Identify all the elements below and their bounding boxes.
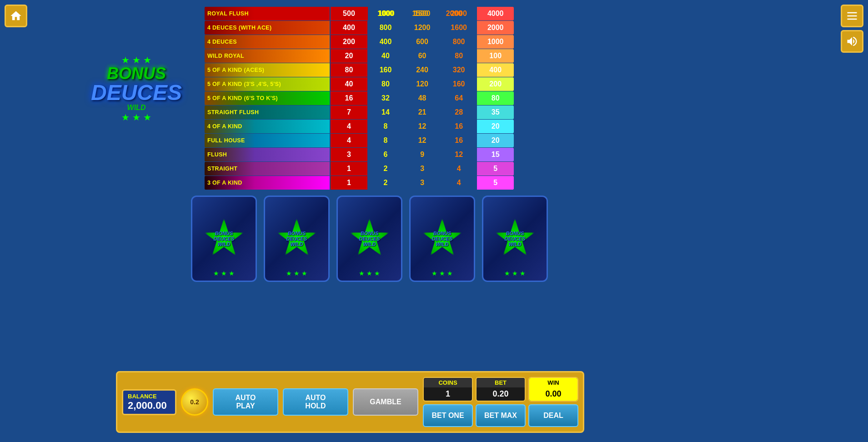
pay-col4-row6: 64 xyxy=(441,91,477,105)
coins-stat-box: COINS 1 xyxy=(423,377,473,402)
bet-one-button[interactable]: BET ONE xyxy=(423,404,473,427)
hand-name-2: 4 DEUCES xyxy=(205,35,330,49)
pay-col5-row1: 2000 xyxy=(477,21,514,35)
pay-col3-row9: 12 xyxy=(404,134,441,147)
paytable-row-11: STRAIGHT12345 xyxy=(205,162,514,176)
pay-col5-row10: 15 xyxy=(477,148,514,161)
pay-col1-row11: 1 xyxy=(331,162,367,176)
paytable-row-8: 4 OF A KIND48121620 xyxy=(205,120,514,133)
pay-col3-row3: 60 xyxy=(404,49,441,63)
bet-max-label: BET MAX xyxy=(484,412,517,419)
win-label: WIN xyxy=(529,378,577,387)
home-button[interactable] xyxy=(5,5,27,27)
pay-col2-row9: 8 xyxy=(367,134,404,147)
bet-max-button[interactable]: BET MAX xyxy=(476,404,526,427)
paytable-row-4: 5 OF A KIND (ACES)80160240320400 xyxy=(205,63,514,77)
pay-col5-row5: 200 xyxy=(477,77,514,91)
card-2-logo: BONUSDEUCESWILD xyxy=(286,231,307,247)
pay-col4-row9: 16 xyxy=(441,134,477,147)
card-3[interactable]: BONUSDEUCESWILD ★ ★ ★ xyxy=(336,196,402,282)
balance-value: 2,000.00 xyxy=(128,400,167,411)
pay-col3-row5: 120 xyxy=(404,77,441,91)
pay-col2-row7: 14 xyxy=(367,105,404,119)
pay-col4-row1: 1600 xyxy=(441,21,477,35)
pay-col5-row11: 5 xyxy=(477,162,514,176)
card-5[interactable]: BONUSDEUCESWILD ★ ★ ★ xyxy=(482,196,548,282)
paytable-rows: ROYAL FLUSH50010001500200040004 DEUCES (… xyxy=(205,7,514,190)
auto-play-label: AUTOPLAY xyxy=(235,394,256,410)
pay-col4-row12: 4 xyxy=(441,176,477,190)
deal-label: DEAL xyxy=(543,412,563,419)
bet-one-label: BET ONE xyxy=(431,412,464,419)
card-5-logo: BONUSDEUCESWILD xyxy=(505,231,526,247)
game-logo: ★ ★ ★ BONUS DEUCES WILD ★ ★ ★ xyxy=(91,55,182,123)
card-1[interactable]: BONUSDEUCESWILD ★ ★ ★ xyxy=(191,196,257,282)
auto-hold-button[interactable]: AUTOHOLD xyxy=(283,388,348,416)
paytable-row-10: FLUSH3691215 xyxy=(205,148,514,161)
deal-button[interactable]: DEAL xyxy=(528,404,578,427)
pay-col2-row0: 1000 xyxy=(367,7,404,20)
pay-col3-row11: 3 xyxy=(404,162,441,176)
bet-label: BET xyxy=(477,378,525,387)
home-icon xyxy=(10,10,22,22)
pay-col3-row10: 9 xyxy=(404,148,441,161)
auto-play-button[interactable]: AUTOPLAY xyxy=(213,388,278,416)
pay-col3-row2: 600 xyxy=(404,35,441,49)
hand-name-4: 5 OF A KIND (ACES) xyxy=(205,63,330,77)
top-right-controls xyxy=(841,5,863,53)
pay-col1-row3: 20 xyxy=(331,49,367,63)
pay-col5-row0: 4000 xyxy=(477,7,514,20)
paytable-row-0: ROYAL FLUSH5001000150020004000 xyxy=(205,7,514,20)
hand-name-5: 5 OF A KIND (3'S ,4'S, 5'S) xyxy=(205,77,330,91)
cards-area: BONUSDEUCESWILD ★ ★ ★ BONUSDEUCESWILD ★ … xyxy=(191,196,548,282)
win-value: 0.00 xyxy=(529,387,577,401)
pay-col5-row12: 5 xyxy=(477,176,514,190)
pay-col4-row3: 80 xyxy=(441,49,477,63)
pay-col2-row1: 800 xyxy=(367,21,404,35)
pay-col3-row12: 3 xyxy=(404,176,441,190)
pay-col4-row10: 12 xyxy=(441,148,477,161)
gamble-button[interactable]: GAMBLE xyxy=(353,388,418,416)
pay-col1-row4: 80 xyxy=(331,63,367,77)
pay-col3-row0: 1500 xyxy=(404,7,441,20)
paytable-row-9: FULL HOUSE48121620 xyxy=(205,134,514,147)
paytable-row-5: 5 OF A KIND (3'S ,4'S, 5'S)4080120160200 xyxy=(205,77,514,91)
pay-col1-row7: 7 xyxy=(331,105,367,119)
pay-col3-row6: 48 xyxy=(404,91,441,105)
bet-value: 0.20 xyxy=(477,387,525,401)
pay-col2-row3: 40 xyxy=(367,49,404,63)
balance-label: BALANCE xyxy=(128,393,171,400)
pay-col2-row12: 2 xyxy=(367,176,404,190)
pay-col5-row3: 100 xyxy=(477,49,514,63)
coins-label: COINS xyxy=(424,378,472,387)
menu-button[interactable] xyxy=(841,5,863,27)
pay-col1-row2: 200 xyxy=(331,35,367,49)
paytable-row-6: 5 OF A KIND (6'S TO K'S)1632486480 xyxy=(205,91,514,105)
logo-wild: WILD xyxy=(91,104,182,112)
pay-col4-row8: 16 xyxy=(441,120,477,133)
hand-name-3: WILD ROYAL xyxy=(205,49,330,63)
pay-col5-row6: 80 xyxy=(477,91,514,105)
pay-col3-row7: 21 xyxy=(404,105,441,119)
pay-col4-row4: 320 xyxy=(441,63,477,77)
pay-col1-row12: 1 xyxy=(331,176,367,190)
pay-col3-row1: 1200 xyxy=(404,21,441,35)
win-stat-box: WIN 0.00 xyxy=(528,377,578,402)
paytable-row-3: WILD ROYAL20406080100 xyxy=(205,49,514,63)
card-2[interactable]: BONUSDEUCESWILD ★ ★ ★ xyxy=(264,196,330,282)
pay-col4-row11: 4 xyxy=(441,162,477,176)
pay-col4-row7: 28 xyxy=(441,105,477,119)
paytable-row-2: 4 DEUCES2004006008001000 xyxy=(205,35,514,49)
card-3-logo: BONUSDEUCESWILD xyxy=(359,231,380,247)
pay-col1-row8: 4 xyxy=(331,120,367,133)
logo-bonus: BONUS xyxy=(91,65,182,82)
sound-button[interactable] xyxy=(841,30,863,53)
pay-col2-row10: 6 xyxy=(367,148,404,161)
paytable-row-7: STRAIGHT FLUSH714212835 xyxy=(205,105,514,119)
logo-stars-bottom: ★ ★ ★ xyxy=(91,112,182,123)
bottom-ui: BALANCE 2,000.00 0.2 AUTOPLAY AUTOHOLD G… xyxy=(116,371,584,433)
coins-value: 1 xyxy=(424,387,472,401)
card-4[interactable]: BONUSDEUCESWILD ★ ★ ★ xyxy=(409,196,475,282)
pay-col2-row11: 2 xyxy=(367,162,404,176)
sound-icon xyxy=(846,35,858,48)
